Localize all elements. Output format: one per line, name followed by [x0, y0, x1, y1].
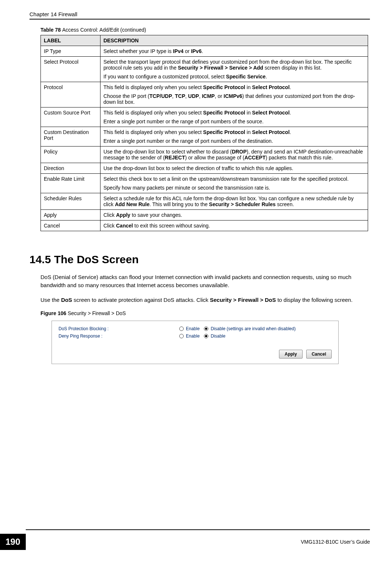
table-header-label: LABEL	[41, 35, 100, 46]
text: in	[245, 110, 252, 116]
table-row: Enable Rate Limit Select this check box …	[41, 174, 368, 193]
radio-label-enable: Enable	[186, 334, 199, 339]
text-bold: IPv6	[191, 48, 202, 54]
body-paragraph: Use the DoS screen to activate protectio…	[40, 296, 364, 304]
table-row: IP Type Select whether your IP type is I…	[41, 46, 368, 57]
radio-group-dos-protection: Enable Disable (settings are invalid whe…	[176, 326, 296, 331]
cancel-button[interactable]: Cancel	[306, 350, 332, 359]
text: .	[265, 74, 267, 80]
radio-enable-dos[interactable]	[179, 327, 184, 331]
header-rule	[29, 19, 370, 20]
footer-rule	[26, 529, 370, 530]
table-row: Cancel Click Cancel to exit this screen …	[41, 220, 368, 231]
row-label: IP Type	[41, 46, 100, 57]
row-desc: This field is displayed only when you se…	[100, 82, 368, 107]
row-label: Scheduler Rules	[41, 193, 100, 210]
row-desc: This field is displayed only when you se…	[100, 107, 368, 127]
table-row: Custom Destination Port This field is di…	[41, 127, 368, 147]
row-desc: This field is displayed only when you se…	[100, 127, 368, 147]
text: ) or allow the passage of (	[185, 155, 244, 160]
form-row-deny-ping: Deny Ping Response : Enable Disable	[59, 334, 332, 339]
row-desc: Click Cancel to exit this screen without…	[100, 220, 368, 231]
text-bold: TCP	[175, 93, 185, 99]
text-bold: IPv4	[173, 48, 184, 54]
table-row: Protocol This field is displayed only wh…	[41, 82, 368, 107]
text: This field is displayed only when you se…	[103, 129, 203, 135]
row-label: Apply	[41, 210, 100, 220]
apply-button[interactable]: Apply	[279, 350, 302, 359]
text: .	[290, 110, 291, 116]
row-desc: Select whether your IP type is IPv4 or I…	[100, 46, 368, 57]
radio-disable-ping[interactable]	[204, 334, 208, 338]
figure-caption: Figure 106 Security > Firewall > DoS	[40, 310, 370, 316]
row-label: Custom Destination Port	[41, 127, 100, 147]
text-bold: Cancel	[116, 223, 133, 229]
text: , or	[215, 93, 223, 99]
form-row-dos-protection: DoS Protection Blocking : Enable Disable…	[59, 326, 332, 331]
text: .	[290, 84, 291, 90]
text: to exit this screen without saving.	[133, 223, 210, 229]
text-bold: Select Protocol	[252, 110, 290, 116]
section-heading: 14.5 The DoS Screen	[29, 253, 370, 266]
text: in	[245, 84, 252, 90]
button-row: Apply Cancel	[59, 350, 332, 359]
row-label: Custom Source Port	[41, 107, 100, 127]
dos-screenshot: DoS Protection Blocking : Enable Disable…	[52, 321, 339, 364]
table-caption-number: Table 78	[40, 27, 62, 33]
text-bold: Specific Protocol	[203, 129, 245, 135]
table-row: Policy Use the drop-down list box to sel…	[41, 147, 368, 163]
text: Enter a single port number or the range …	[103, 138, 365, 144]
label-dos-protection: DoS Protection Blocking :	[59, 326, 176, 331]
text-bold: UDP	[188, 93, 199, 99]
text-bold: Apply	[116, 212, 130, 218]
text: Choose the IP port (	[103, 93, 149, 99]
text: Enter a single port number or the range …	[103, 119, 365, 124]
text: Use the drop-down list box to select whe…	[103, 149, 232, 155]
page-footer: 190 VMG1312-B10C User’s Guide	[0, 529, 392, 550]
text: or	[184, 48, 191, 54]
text: Use the	[40, 297, 61, 303]
text: Select whether your IP type is	[103, 48, 173, 54]
text-bold: Select Protocol	[252, 84, 290, 90]
text-bold: REJECT	[165, 155, 185, 160]
text: Select this check box to set a limit on …	[103, 176, 365, 182]
text: Specify how many packets per minute or s…	[103, 185, 365, 191]
text-bold: Specific Protocol	[203, 110, 245, 116]
text: screen to activate protection against Do…	[72, 297, 210, 303]
text-bold: ICMPv6	[224, 93, 243, 99]
table-row: Scheduler Rules Select a schedule rule f…	[41, 193, 368, 210]
row-desc: Use the drop-down list box to select whe…	[100, 147, 368, 163]
row-label: Policy	[41, 147, 100, 163]
table-row: Custom Source Port This field is display…	[41, 107, 368, 127]
radio-label-enable: Enable	[186, 326, 199, 331]
radio-label-disable-note: Disable (settings are invalid when disab…	[211, 326, 296, 331]
row-desc: Select this check box to set a limit on …	[100, 174, 368, 193]
text-bold: DROP	[232, 149, 247, 155]
footer-guide-title: VMG1312-B10C User’s Guide	[26, 539, 370, 545]
text: If you want to configure a customized pr…	[103, 74, 226, 80]
body-paragraph: DoS (Denial of Service) attacks can floo…	[40, 273, 364, 289]
row-desc: Select the transport layer protocol that…	[100, 57, 368, 82]
radio-label-disable: Disable	[211, 334, 225, 339]
table-caption-title: Access Control: Add/Edit (continued)	[62, 27, 146, 33]
text-bold: Security > Firewall > DoS	[210, 297, 276, 303]
text: to save your changes.	[130, 212, 182, 218]
row-label: Cancel	[41, 220, 100, 231]
radio-disable-dos[interactable]	[204, 327, 208, 331]
page-number: 190	[0, 534, 26, 550]
table-row: Select Protocol Select the transport lay…	[41, 57, 368, 82]
row-desc: Use the drop-down list box to select the…	[100, 163, 368, 174]
chapter-header: Chapter 14 Firewall	[29, 11, 370, 17]
text: .	[202, 48, 203, 54]
row-desc: Select a schedule rule for this ACL rule…	[100, 193, 368, 210]
text: to display the following screen.	[276, 297, 352, 303]
radio-enable-ping[interactable]	[179, 334, 184, 338]
text-bold: Security > Scheduler Rules	[209, 201, 276, 207]
text: screen display in this list.	[263, 65, 322, 71]
text: .	[290, 129, 291, 135]
table-row: Direction Use the drop-down list box to …	[41, 163, 368, 174]
text-bold: Security > Firewall > Service > Add	[178, 65, 263, 71]
text-bold: Specific Protocol	[203, 84, 245, 90]
text-bold: Specific Service	[226, 74, 265, 80]
table-caption: Table 78 Access Control: Add/Edit (conti…	[40, 27, 370, 33]
